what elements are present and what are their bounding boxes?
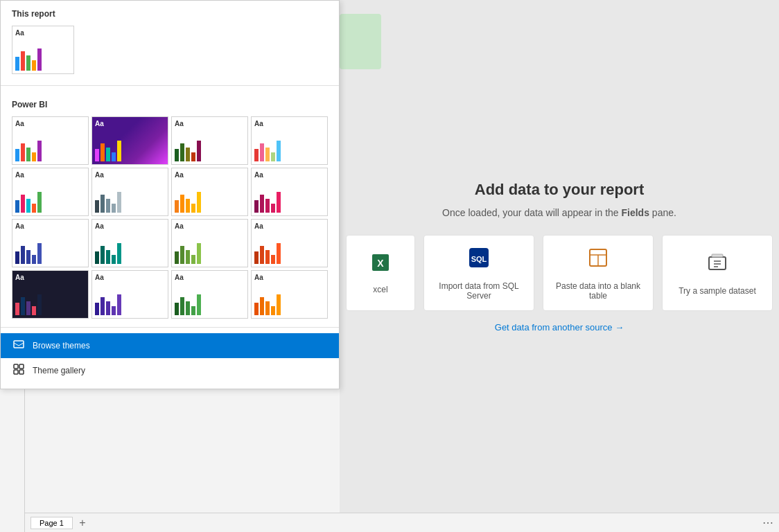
power-bi-label: Power BI xyxy=(1,91,339,114)
browse-themes-label: Browse themes xyxy=(33,341,90,351)
sql-server-card[interactable]: SQL Import data from SQL Server xyxy=(423,235,534,311)
main-area: This report Aa Power BI xyxy=(0,109,779,532)
sql-icon: SQL xyxy=(466,245,491,276)
theme-gallery-icon xyxy=(12,364,26,378)
pbi-theme-5[interactable]: Aa xyxy=(12,168,89,216)
canvas-hint-card xyxy=(340,14,381,69)
pbi-theme-12[interactable]: Aa xyxy=(251,219,328,267)
svg-rect-13 xyxy=(19,364,24,369)
pbi-theme-14[interactable]: Aa xyxy=(91,270,168,319)
pbi-theme-10[interactable]: Aa xyxy=(91,219,168,267)
customize-theme-item[interactable]: Customize current theme xyxy=(1,383,339,389)
excel-card[interactable]: X xcel xyxy=(346,235,415,311)
data-source-grid: X xcel SQL Import data from SQL Server P… xyxy=(346,235,773,311)
svg-rect-12 xyxy=(14,364,18,369)
get-data-link[interactable]: Get data from another source → xyxy=(495,322,624,332)
pbi-theme-13[interactable]: Aa xyxy=(12,270,89,319)
panel-divider-1 xyxy=(1,85,339,86)
pbi-theme-1[interactable]: Aa xyxy=(12,116,89,165)
pbi-theme-15[interactable]: Aa xyxy=(171,270,248,319)
sample-dataset-card[interactable]: Try a sample dataset xyxy=(662,235,773,311)
svg-rect-29 xyxy=(712,254,723,257)
svg-text:X: X xyxy=(377,258,384,269)
pbi-theme-16[interactable]: Aa xyxy=(251,270,328,319)
svg-rect-15 xyxy=(19,370,24,374)
this-report-label: This report xyxy=(1,1,339,23)
theme-panel: This report Aa Power BI xyxy=(0,0,340,389)
page-tab-1[interactable]: Page 1 xyxy=(30,517,73,529)
browse-themes-item[interactable]: Browse themes xyxy=(1,333,339,358)
svg-rect-28 xyxy=(709,257,726,269)
svg-rect-11 xyxy=(14,341,24,348)
add-data-section: Add data to your report Once loaded, you… xyxy=(346,181,773,332)
theme-gallery-item[interactable]: Theme gallery xyxy=(1,358,339,383)
page-tabs-more-button[interactable]: ⋯ xyxy=(762,516,773,529)
excel-icon: X xyxy=(369,251,392,279)
add-data-title: Add data to your report xyxy=(475,181,644,199)
browse-themes-icon xyxy=(12,339,26,353)
pbi-theme-3[interactable]: Aa xyxy=(171,116,248,165)
blank-table-icon xyxy=(586,245,611,276)
add-data-subtitle: Once loaded, your data will appear in th… xyxy=(442,207,676,218)
this-report-themes: Aa xyxy=(1,23,339,80)
this-report-theme-1[interactable]: Aa xyxy=(12,26,74,74)
pbi-theme-8[interactable]: Aa xyxy=(251,168,328,216)
pbi-theme-11[interactable]: Aa xyxy=(171,219,248,267)
pbi-theme-2[interactable]: Aa xyxy=(91,116,168,165)
add-page-button[interactable]: + xyxy=(76,516,89,530)
panel-divider-2 xyxy=(1,327,339,328)
canvas-background: Add data to your report Once loaded, you… xyxy=(340,0,779,513)
svg-text:SQL: SQL xyxy=(471,255,487,263)
sample-dataset-icon xyxy=(705,250,730,281)
power-bi-themes-grid: Aa Aa Aa Aa Aa xyxy=(1,114,339,321)
pbi-theme-7[interactable]: Aa xyxy=(171,168,248,216)
theme-gallery-label: Theme gallery xyxy=(33,366,85,375)
svg-rect-14 xyxy=(14,370,18,374)
pbi-theme-9[interactable]: Aa xyxy=(12,219,89,267)
pbi-theme-6[interactable]: Aa xyxy=(91,168,168,216)
blank-table-card[interactable]: Paste data into a blank table xyxy=(543,235,654,311)
pbi-theme-4[interactable]: Aa xyxy=(251,116,328,165)
page-tabs: Page 1 + ⋯ xyxy=(25,513,779,532)
